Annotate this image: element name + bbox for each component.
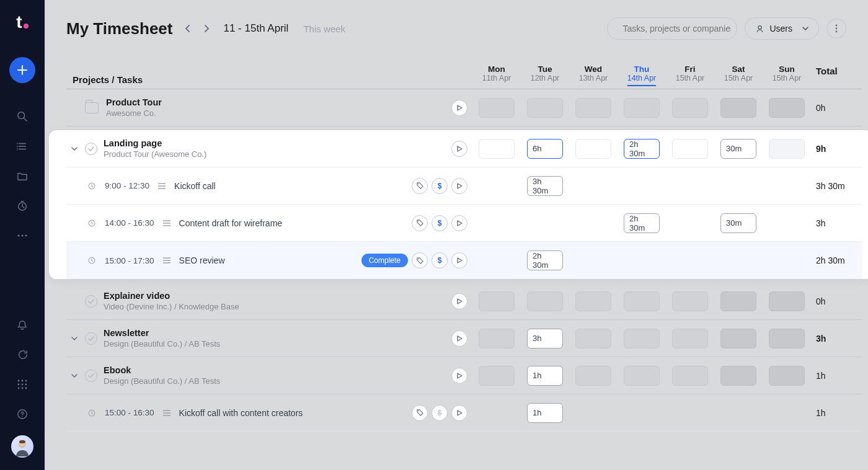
billable-button[interactable]: $ bbox=[432, 405, 448, 421]
day-cell[interactable] bbox=[763, 251, 811, 270]
time-chip[interactable]: 30m bbox=[720, 139, 756, 159]
time-chip[interactable]: 1h bbox=[527, 403, 563, 423]
day-cell[interactable] bbox=[763, 403, 811, 423]
time-chip[interactable] bbox=[527, 98, 563, 118]
play-button[interactable] bbox=[451, 405, 467, 421]
time-chip[interactable]: 3h 30m bbox=[527, 176, 563, 196]
time-chip[interactable] bbox=[769, 366, 805, 386]
play-button[interactable] bbox=[451, 330, 467, 347]
day-cell[interactable] bbox=[666, 366, 714, 386]
time-chip[interactable]: 2h 30m bbox=[624, 139, 660, 159]
day-cell[interactable] bbox=[472, 139, 521, 159]
day-cell[interactable] bbox=[521, 213, 569, 233]
play-button[interactable] bbox=[451, 141, 467, 157]
day-cell[interactable] bbox=[569, 213, 618, 233]
time-chip[interactable]: 3h bbox=[527, 329, 563, 348]
day-cell[interactable]: 6h bbox=[521, 139, 569, 159]
time-chip[interactable] bbox=[769, 139, 805, 159]
tag-button[interactable] bbox=[412, 178, 428, 194]
day-cell[interactable] bbox=[763, 291, 811, 311]
day-cell[interactable] bbox=[763, 139, 811, 159]
nav-bell-icon[interactable] bbox=[16, 319, 29, 331]
day-cell[interactable] bbox=[472, 291, 521, 311]
day-cell[interactable] bbox=[618, 366, 666, 386]
day-cell[interactable]: 3h 30m bbox=[521, 176, 569, 196]
play-button[interactable] bbox=[451, 368, 467, 384]
time-chip[interactable] bbox=[720, 366, 756, 386]
day-cell[interactable] bbox=[714, 366, 763, 386]
status-toggle[interactable] bbox=[85, 332, 97, 345]
status-toggle[interactable] bbox=[85, 370, 97, 382]
nav-chat-icon[interactable] bbox=[16, 348, 29, 361]
day-cell[interactable]: 2h 30m bbox=[618, 139, 666, 159]
day-cell[interactable]: 30m bbox=[714, 139, 763, 159]
time-chip[interactable]: 30m bbox=[720, 213, 756, 233]
time-chip[interactable] bbox=[479, 329, 515, 348]
time-chip[interactable]: 2h 30m bbox=[527, 251, 563, 270]
play-button[interactable] bbox=[451, 100, 467, 116]
nav-search-icon[interactable] bbox=[16, 110, 29, 123]
time-chip[interactable] bbox=[672, 98, 708, 118]
time-chip[interactable] bbox=[479, 291, 515, 311]
prev-week-button[interactable] bbox=[182, 23, 193, 34]
day-cell[interactable] bbox=[569, 403, 618, 423]
time-chip[interactable] bbox=[624, 366, 660, 386]
day-cell[interactable] bbox=[569, 329, 618, 348]
time-chip[interactable] bbox=[672, 291, 708, 311]
play-button[interactable] bbox=[451, 215, 467, 231]
day-cell[interactable] bbox=[618, 291, 666, 311]
day-cell[interactable] bbox=[714, 291, 763, 311]
add-button[interactable] bbox=[9, 57, 35, 83]
time-chip[interactable] bbox=[769, 98, 805, 118]
day-cell[interactable] bbox=[763, 176, 811, 196]
day-cell[interactable] bbox=[569, 251, 618, 270]
status-toggle[interactable] bbox=[85, 143, 97, 155]
time-chip[interactable] bbox=[575, 139, 611, 159]
day-cell[interactable] bbox=[472, 329, 521, 348]
time-chip[interactable] bbox=[575, 329, 611, 348]
user-avatar[interactable] bbox=[11, 435, 33, 458]
day-cell[interactable] bbox=[618, 251, 666, 270]
search-box[interactable] bbox=[607, 17, 737, 40]
day-cell[interactable] bbox=[763, 98, 811, 118]
time-chip[interactable] bbox=[720, 98, 756, 118]
day-cell[interactable]: 30m bbox=[714, 213, 763, 233]
day-cell[interactable] bbox=[714, 251, 763, 270]
time-chip[interactable] bbox=[575, 366, 611, 386]
nav-folder-icon[interactable] bbox=[16, 170, 29, 182]
day-cell[interactable] bbox=[666, 251, 714, 270]
time-chip[interactable]: 1h bbox=[527, 366, 563, 386]
tag-button[interactable] bbox=[412, 405, 428, 421]
time-chip[interactable] bbox=[769, 329, 805, 348]
time-chip[interactable] bbox=[624, 329, 660, 348]
tag-button[interactable] bbox=[412, 215, 428, 231]
nav-help-icon[interactable] bbox=[16, 408, 29, 420]
day-cell[interactable] bbox=[569, 98, 618, 118]
day-cell[interactable] bbox=[618, 98, 666, 118]
play-button[interactable] bbox=[451, 252, 467, 268]
time-chip[interactable] bbox=[720, 291, 756, 311]
time-chip[interactable] bbox=[672, 329, 708, 348]
time-chip[interactable]: 2h 30m bbox=[624, 213, 660, 233]
day-cell[interactable] bbox=[472, 251, 521, 270]
day-cell[interactable]: 2h 30m bbox=[618, 213, 666, 233]
status-toggle[interactable] bbox=[85, 295, 97, 308]
day-cell[interactable] bbox=[666, 139, 714, 159]
time-chip[interactable] bbox=[769, 291, 805, 311]
day-cell[interactable] bbox=[472, 366, 521, 386]
day-cell[interactable] bbox=[521, 98, 569, 118]
time-chip[interactable] bbox=[527, 291, 563, 311]
day-cell[interactable] bbox=[763, 366, 811, 386]
day-cell[interactable] bbox=[666, 403, 714, 423]
expand-toggle[interactable] bbox=[70, 334, 79, 343]
day-cell[interactable] bbox=[714, 403, 763, 423]
time-chip[interactable] bbox=[479, 366, 515, 386]
day-cell[interactable] bbox=[763, 213, 811, 233]
day-cell[interactable] bbox=[569, 139, 618, 159]
next-week-button[interactable] bbox=[201, 23, 212, 34]
time-chip[interactable] bbox=[575, 291, 611, 311]
day-cell[interactable] bbox=[618, 329, 666, 348]
day-cell[interactable] bbox=[714, 98, 763, 118]
day-cell[interactable] bbox=[472, 98, 521, 118]
day-cell[interactable] bbox=[618, 176, 666, 196]
